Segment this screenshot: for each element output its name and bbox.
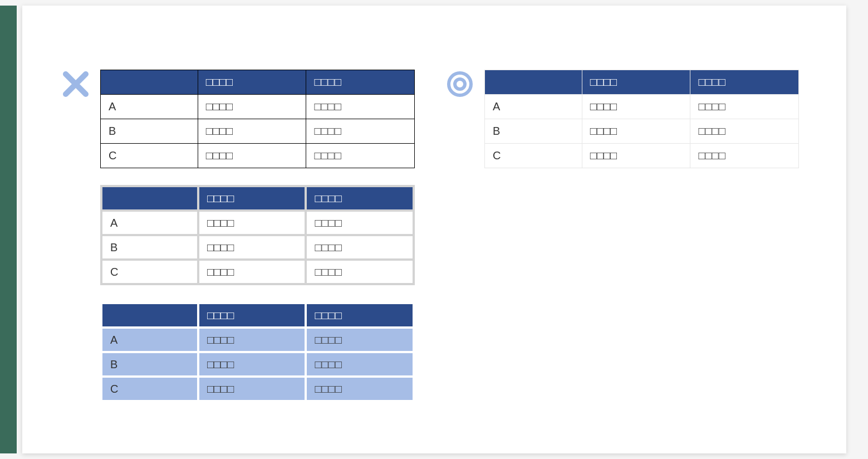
- table-header-row: □□□□ □□□□: [101, 70, 415, 95]
- table-header-row: □□□□ □□□□: [101, 303, 414, 328]
- cell: □□□□: [306, 211, 414, 235]
- header-cell: [101, 70, 198, 95]
- good-example-column: □□□□ □□□□ A□□□□□□□□ B□□□□□□□□ C□□□□□□□□: [484, 70, 799, 185]
- table-row: B□□□□□□□□: [101, 119, 415, 144]
- cell: □□□□: [198, 235, 306, 260]
- table-row: A□□□□□□□□: [101, 211, 414, 235]
- header-cell: □□□□: [690, 70, 799, 95]
- cell: □□□□: [306, 95, 415, 119]
- cell: □□□□: [198, 95, 306, 119]
- row-label: B: [485, 119, 582, 144]
- slide-page: □□□□ □□□□ A□□□□□□□□ B□□□□□□□□ C□□□□□□□□ …: [22, 6, 846, 453]
- header-cell: □□□□: [306, 70, 415, 95]
- cell: □□□□: [306, 235, 414, 260]
- cell: □□□□: [582, 119, 690, 144]
- table-row: B□□□□□□□□: [101, 235, 414, 260]
- header-cell: □□□□: [198, 70, 306, 95]
- table-row: C□□□□□□□□: [101, 377, 414, 401]
- cell: □□□□: [198, 260, 306, 284]
- row-label: A: [101, 211, 198, 235]
- cell: □□□□: [198, 377, 306, 401]
- bad-table-black-borders: □□□□ □□□□ A□□□□□□□□ B□□□□□□□□ C□□□□□□□□: [100, 70, 415, 168]
- bad-table-thick-grey-borders: □□□□ □□□□ A□□□□□□□□ B□□□□□□□□ C□□□□□□□□: [100, 185, 415, 285]
- cell: □□□□: [306, 260, 414, 284]
- header-cell: □□□□: [582, 70, 690, 95]
- row-label: B: [101, 352, 198, 377]
- table-row: A□□□□□□□□: [485, 95, 799, 119]
- cell: □□□□: [306, 328, 414, 352]
- table-row: B□□□□□□□□: [101, 352, 414, 377]
- cell: □□□□: [198, 328, 306, 352]
- good-table: □□□□ □□□□ A□□□□□□□□ B□□□□□□□□ C□□□□□□□□: [484, 70, 799, 168]
- header-cell: □□□□: [306, 303, 414, 328]
- row-label: B: [101, 235, 198, 260]
- table-row: A□□□□□□□□: [101, 328, 414, 352]
- cell: □□□□: [690, 144, 799, 168]
- bad-examples-column: □□□□ □□□□ A□□□□□□□□ B□□□□□□□□ C□□□□□□□□ …: [100, 70, 415, 419]
- svg-point-3: [455, 79, 465, 89]
- cell: □□□□: [198, 119, 306, 144]
- row-label: A: [485, 95, 582, 119]
- table-row: C□□□□□□□□: [101, 144, 415, 168]
- row-label: A: [101, 328, 198, 352]
- row-label: A: [101, 95, 198, 119]
- cell: □□□□: [582, 144, 690, 168]
- cell: □□□□: [198, 144, 306, 168]
- table-row: C□□□□□□□□: [485, 144, 799, 168]
- table-header-row: □□□□ □□□□: [485, 70, 799, 95]
- cell: □□□□: [306, 352, 414, 377]
- cell: □□□□: [198, 211, 306, 235]
- cell: □□□□: [198, 352, 306, 377]
- table-header-row: □□□□ □□□□: [101, 186, 414, 211]
- bad-example-icon: [61, 70, 90, 101]
- row-label: C: [101, 377, 198, 401]
- cell: □□□□: [306, 144, 415, 168]
- table-row: B□□□□□□□□: [485, 119, 799, 144]
- sidebar-strip: [0, 6, 17, 453]
- cell: □□□□: [306, 119, 415, 144]
- row-label: C: [101, 260, 198, 284]
- cell: □□□□: [582, 95, 690, 119]
- table-row: C□□□□□□□□: [101, 260, 414, 284]
- row-label: C: [101, 144, 198, 168]
- bad-table-blue-fill: □□□□ □□□□ A□□□□□□□□ B□□□□□□□□ C□□□□□□□□: [100, 302, 415, 402]
- cell: □□□□: [690, 119, 799, 144]
- cell: □□□□: [306, 377, 414, 401]
- header-cell: □□□□: [306, 186, 414, 211]
- header-cell: [485, 70, 582, 95]
- svg-point-2: [449, 73, 471, 95]
- header-cell: □□□□: [198, 186, 306, 211]
- good-example-icon: [445, 70, 474, 101]
- row-label: B: [101, 119, 198, 144]
- header-cell: [101, 186, 198, 211]
- header-cell: □□□□: [198, 303, 306, 328]
- cell: □□□□: [690, 95, 799, 119]
- header-cell: [101, 303, 198, 328]
- table-row: A□□□□□□□□: [101, 95, 415, 119]
- row-label: C: [485, 144, 582, 168]
